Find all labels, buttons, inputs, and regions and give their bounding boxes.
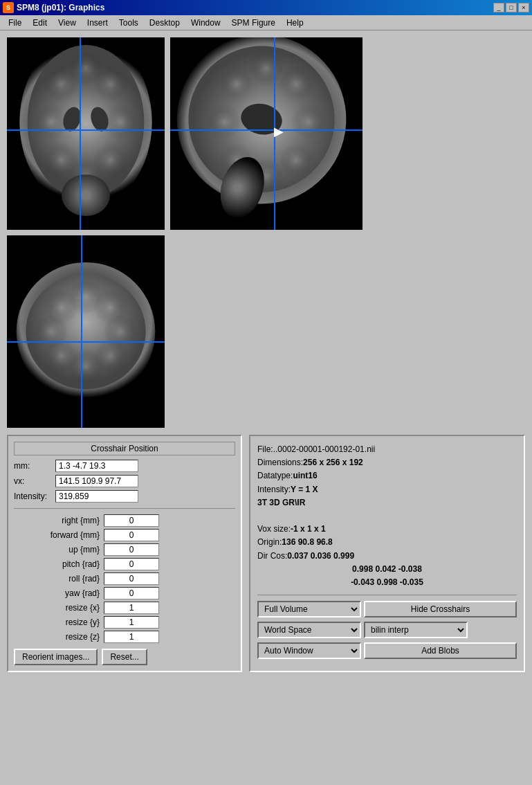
menu-help[interactable]: Help: [281, 17, 309, 29]
intensity-display-row: Intensity: 319.859: [14, 490, 235, 503]
menu-view[interactable]: View: [53, 17, 82, 29]
field-input-1[interactable]: [104, 529, 159, 541]
origin-label: Origin:: [257, 537, 282, 547]
dircos-line: Dir Cos:0.037 0.036 0.999: [257, 550, 517, 563]
field-input-4[interactable]: [104, 572, 159, 585]
field-row-2: up {mm}: [14, 543, 235, 556]
close-button[interactable]: ×: [518, 3, 529, 12]
datatype-line: Datatype:uint16: [257, 469, 517, 482]
transform-fields: right {mm} forward {mm} up {mm} pitch {r…: [14, 514, 235, 643]
field-label-2: up {mm}: [14, 545, 104, 554]
reorient-button[interactable]: Reorient images...: [14, 649, 98, 665]
field-label-7: resize {y}: [14, 617, 104, 627]
field-label-6: resize {x}: [14, 603, 104, 613]
bottom-images-row: [7, 235, 165, 428]
interp-dropdown[interactable]: bilin interp nn interp: [364, 622, 468, 638]
window-controls: _ □ ×: [493, 3, 529, 12]
coronal-canvas: [7, 37, 165, 230]
dimensions-label: Dimensions:: [257, 458, 303, 467]
field-row-5: yaw {rad}: [14, 587, 235, 599]
dircos-row2: 0.998 0.042 -0.038: [352, 564, 422, 574]
crosshair-panel-title: Crosshair Position: [14, 442, 235, 455]
file-prefix: File:.: [257, 444, 275, 454]
field-row-3: pitch {rad}: [14, 558, 235, 570]
datatype-value: uint16: [293, 471, 317, 480]
titlebar-left: S SPM8 (jp01): Graphics: [3, 2, 104, 13]
field-input-3[interactable]: [104, 558, 159, 570]
field-label-3: pitch {rad}: [14, 559, 104, 569]
axial-canvas: [7, 235, 165, 428]
titlebar: S SPM8 (jp01): Graphics _ □ ×: [0, 0, 532, 15]
intensity-value: 319.859: [55, 490, 138, 503]
maximize-button[interactable]: □: [506, 3, 517, 12]
field-label-0: right {mm}: [14, 516, 104, 525]
top-images-row: ▶: [7, 37, 363, 230]
crosshair-position-panel: Crosshair Position mm: 1.3 -4.7 19.3 vx:…: [7, 435, 242, 672]
menu-spm-figure[interactable]: SPM Figure: [226, 17, 281, 29]
vox-label: Vox size:: [257, 524, 291, 534]
file-info-block: File:..0002-00001-000192-01.nii Dimensio…: [257, 443, 517, 589]
field-row-6: resize {x}: [14, 602, 235, 614]
field-label-1: forward {mm}: [14, 530, 104, 540]
field-row-7: resize {y}: [14, 616, 235, 629]
field-label-4: roll {rad}: [14, 574, 104, 584]
mm-label: mm:: [14, 461, 55, 471]
field-row-8: resize {z}: [14, 631, 235, 643]
window-dropdown[interactable]: Auto Window Manual Window: [257, 642, 361, 659]
field-input-2[interactable]: [104, 543, 159, 556]
menu-insert[interactable]: Insert: [82, 17, 113, 29]
space-dropdown[interactable]: World Space Voxel Space: [257, 622, 361, 638]
dircos-row2-line: 0.998 0.042 -0.038: [257, 563, 517, 576]
volume-dropdown[interactable]: Full Volume Current Slice: [257, 601, 361, 617]
right-divider: [257, 595, 517, 595]
vx-row: vx: 141.5 109.9 97.7: [14, 475, 235, 487]
field-input-6[interactable]: [104, 602, 159, 614]
menu-edit[interactable]: Edit: [27, 17, 53, 29]
menu-tools[interactable]: Tools: [113, 17, 144, 29]
menu-desktop[interactable]: Desktop: [144, 17, 185, 29]
field-input-7[interactable]: [104, 616, 159, 629]
dropdown-row-2: World Space Voxel Space bilin interp nn …: [257, 622, 517, 638]
vx-value: 141.5 109.9 97.7: [55, 475, 138, 487]
intensity-line: Intensity:Y = 1 X: [257, 483, 517, 496]
field-row-0: right {mm}: [14, 514, 235, 527]
hide-crosshairs-button[interactable]: Hide Crosshairs: [364, 601, 517, 617]
coronal-panel[interactable]: [7, 37, 165, 230]
field-input-0[interactable]: [104, 514, 159, 527]
app-icon: S: [3, 2, 14, 13]
field-input-8[interactable]: [104, 631, 159, 643]
images-area: ▶: [7, 37, 525, 428]
field-row-4: roll {rad}: [14, 572, 235, 585]
file-line: File:..0002-00001-000192-01.nii: [257, 443, 517, 456]
main-content: ▶ Crosshair Position mm: 1.3 -4.7 19.3 v…: [0, 30, 532, 679]
vox-value: -1 x 1 x 1: [291, 524, 326, 534]
fi-intensity-value: Y = 1 X: [291, 485, 318, 494]
vox-line: Vox size:-1 x 1 x 1: [257, 523, 517, 536]
add-blobs-button[interactable]: Add Blobs: [364, 642, 517, 659]
menubar: File Edit View Insert Tools Desktop Wind…: [0, 15, 532, 30]
dimensions-line: Dimensions:256 x 256 x 192: [257, 456, 517, 469]
dircos-row1: 0.037 0.036 0.999: [287, 551, 354, 561]
axial-panel[interactable]: [7, 235, 165, 428]
minimize-button[interactable]: _: [493, 3, 504, 12]
mm-value: 1.3 -4.7 19.3: [55, 460, 138, 472]
vx-label: vx:: [14, 476, 55, 486]
menu-file[interactable]: File: [3, 17, 27, 29]
dropdown-row-1: Full Volume Current Slice Hide Crosshair…: [257, 601, 517, 617]
fi-intensity-label: Intensity:: [257, 485, 291, 494]
dircos-row3-line: -0.043 0.998 -0.035: [257, 576, 517, 589]
origin-line: Origin:136 90.8 96.8: [257, 536, 517, 549]
reset-button[interactable]: Reset...: [102, 649, 147, 665]
menu-window[interactable]: Window: [185, 17, 226, 29]
mm-row: mm: 1.3 -4.7 19.3: [14, 460, 235, 472]
action-buttons-row: Reorient images... Reset...: [14, 649, 235, 665]
field-row-1: forward {mm}: [14, 529, 235, 541]
field-input-5[interactable]: [104, 587, 159, 599]
field-label-8: resize {z}: [14, 632, 104, 642]
dimensions-value: 256 x 256 x 192: [303, 458, 363, 467]
dircos-row3: -0.043 0.998 -0.035: [351, 577, 423, 587]
origin-value: 136 90.8 96.8: [282, 537, 332, 547]
description-value: 3T 3D GR\IR: [257, 498, 305, 507]
datatype-label: Datatype:: [257, 471, 293, 480]
sagittal-panel[interactable]: ▶: [170, 37, 363, 230]
